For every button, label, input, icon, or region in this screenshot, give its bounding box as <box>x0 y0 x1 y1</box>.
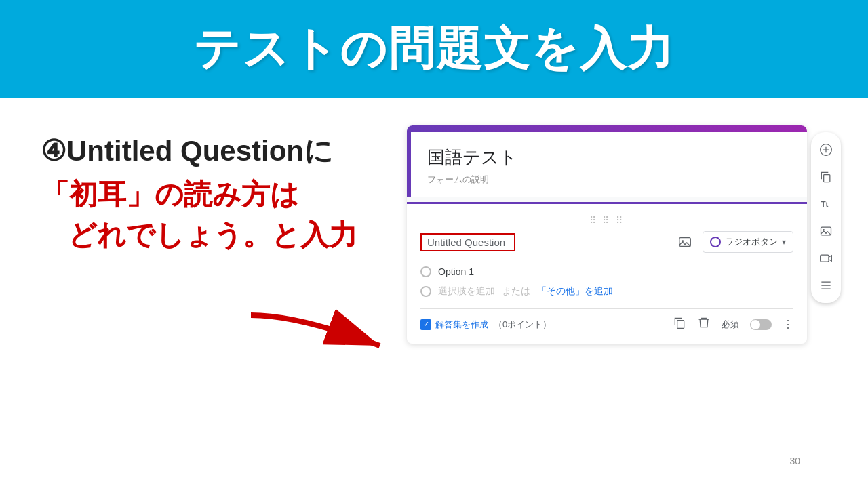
question-input-wrapper[interactable]: Untitled Question <box>420 233 667 251</box>
question-type-dropdown[interactable]: ラジオボタン ▾ <box>703 231 793 253</box>
answer-key-label: 解答集を作成 <box>435 319 488 331</box>
bottom-icons: 必須 ⋮ <box>673 316 793 333</box>
sidebar-text-button[interactable]: Tt <box>814 192 838 216</box>
question-input[interactable]: Untitled Question <box>420 233 515 251</box>
svg-rect-5 <box>824 175 830 182</box>
card-bottom: ✓ 解答集を作成 （0ポイント） <box>420 308 793 333</box>
sidebar-copy-button[interactable] <box>814 165 838 189</box>
type-label: ラジオボタン <box>725 236 778 248</box>
radio-add-option <box>420 286 431 297</box>
radio-type-icon <box>710 237 721 247</box>
form-panel: 国語テスト フォームの説明 ⠿ ⠿ ⠿ Untitled Question <box>407 125 841 474</box>
header-title: テストの問題文を入力 <box>193 18 675 80</box>
instruction-line2: 「初耳」の読み方は <box>41 176 393 214</box>
image-add-icon[interactable] <box>674 231 696 253</box>
radio-option-1 <box>420 266 431 277</box>
header: テストの問題文を入力 <box>0 0 868 98</box>
add-option-row[interactable]: 選択肢を追加 または 「その他」を追加 <box>420 281 793 302</box>
sidebar-video-button[interactable] <box>814 246 838 270</box>
copy-bottom-icon[interactable] <box>673 316 686 333</box>
svg-rect-9 <box>821 255 829 262</box>
form-title: 国語テスト <box>427 146 791 169</box>
dropdown-arrow-icon: ▾ <box>782 237 786 247</box>
form-description: フォームの説明 <box>427 174 791 186</box>
right-sidebar: Tt <box>811 132 841 303</box>
add-option-text[interactable]: 選択肢を追加 <box>438 285 495 298</box>
required-toggle[interactable] <box>750 319 772 330</box>
or-text: または <box>502 285 530 298</box>
svg-rect-3 <box>677 321 684 329</box>
form-header: 国語テスト フォームの説明 <box>407 132 807 197</box>
page-number: 30 <box>789 455 800 466</box>
option-1-label: Option 1 <box>438 266 474 277</box>
points-label: （0ポイント） <box>494 319 551 331</box>
answer-key-button[interactable]: ✓ 解答集を作成 <box>420 319 488 331</box>
arrow <box>244 308 400 363</box>
instruction-line3: どれでしょう。と入力 <box>68 216 393 254</box>
checkbox-icon: ✓ <box>420 319 431 330</box>
option-row-1: Option 1 <box>420 262 793 281</box>
form-top-bar <box>407 125 807 132</box>
main-content: ④Untitled Questionに 「初耳」の読み方は どれでしょう。と入力… <box>0 98 868 488</box>
sidebar-section-button[interactable] <box>814 273 838 298</box>
more-options-icon[interactable]: ⋮ <box>783 318 793 331</box>
sidebar-add-button[interactable] <box>814 138 838 162</box>
drag-handle: ⠿ ⠿ ⠿ <box>420 215 793 226</box>
svg-text:Tt: Tt <box>821 199 829 208</box>
toggle-knob <box>751 320 760 329</box>
required-label: 必須 <box>722 319 739 331</box>
form-container: 国語テスト フォームの説明 ⠿ ⠿ ⠿ Untitled Question <box>407 125 807 344</box>
instruction-text: ④Untitled Questionに 「初耳」の読み方は どれでしょう。と入力 <box>41 119 393 474</box>
delete-bottom-icon[interactable] <box>697 316 711 333</box>
question-card: ⠿ ⠿ ⠿ Untitled Question <box>407 202 807 344</box>
sidebar-image-button[interactable] <box>814 219 838 243</box>
question-row: Untitled Question ラジオボタン <box>420 231 793 253</box>
add-other-link[interactable]: 「その他」を追加 <box>537 285 613 298</box>
instruction-line1: ④Untitled Questionに <box>41 132 393 170</box>
